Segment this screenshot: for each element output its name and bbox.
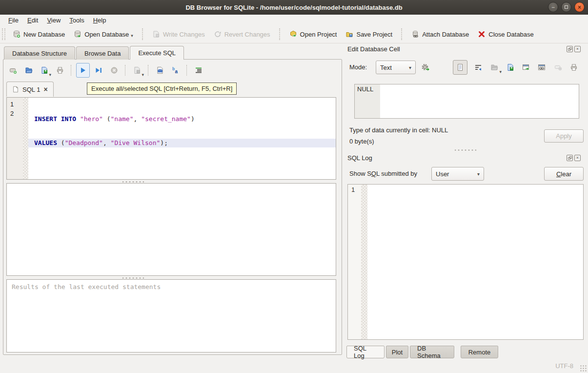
tab-browse-data[interactable]: Browse Data: [76, 46, 129, 60]
log-fold-margin: [361, 185, 367, 339]
execute-tooltip: Execute all/selected SQL [Ctrl+Return, F…: [87, 83, 237, 95]
menu-tools[interactable]: Tools: [65, 16, 88, 25]
set-null-icon: [554, 63, 562, 71]
copy-link-button[interactable]: [535, 61, 548, 74]
print-icon: [56, 66, 64, 74]
new-database-label: New Database: [23, 31, 65, 38]
close-dock-button[interactable]: ×: [574, 46, 581, 52]
attach-database-label: Attach Database: [422, 31, 469, 38]
import-cell-button: ▾: [487, 61, 501, 74]
open-sql-file-button[interactable]: [22, 63, 36, 78]
window-title: DB Browser for SQLite - /home/user/code/…: [185, 4, 402, 11]
cell-type-info: Type of data currently in cell: NULL: [349, 126, 448, 134]
gear-apply-icon: [421, 63, 430, 72]
close-sql-tab-icon[interactable]: ×: [43, 86, 47, 93]
sql-log-view[interactable]: 1: [347, 184, 584, 340]
maximize-button[interactable]: [561, 2, 571, 12]
mode-select[interactable]: Text ▾: [376, 61, 416, 74]
menu-help[interactable]: Help: [89, 16, 111, 25]
main-tabbar: Database Structure Browse Data Execute S…: [4, 46, 185, 60]
sql-doc-tab[interactable]: SQL 1 ×: [6, 82, 54, 97]
save-results-button: ▾: [130, 63, 144, 78]
save-sql-dropdown-icon[interactable]: ▾: [49, 72, 51, 77]
format-sql-button[interactable]: [192, 63, 205, 78]
close-dock-button[interactable]: ×: [574, 155, 581, 161]
cell-value-editor[interactable]: NULL: [354, 84, 579, 119]
new-database-icon: [13, 30, 20, 38]
print-cell-button[interactable]: [567, 61, 581, 74]
word-wrap-button[interactable]: [471, 61, 485, 74]
sql-editor[interactable]: 1 2 INSERT INTO "hero" ("name", "secret_…: [6, 97, 336, 180]
close-window-button[interactable]: ×: [574, 2, 585, 12]
sql-code-area[interactable]: INSERT INTO "hero" ("name", "secret_name…: [28, 98, 336, 179]
titlebar[interactable]: DB Browser for SQLite - /home/user/code/…: [0, 0, 588, 15]
tab-execute-sql[interactable]: Execute SQL: [130, 46, 184, 60]
menu-file[interactable]: File: [4, 16, 23, 25]
save-sql-file-button[interactable]: ▾: [38, 63, 51, 78]
float-dock-button[interactable]: [567, 155, 573, 161]
autocomplete-button[interactable]: b a: [169, 63, 182, 78]
chevron-down-icon: ▾: [477, 171, 480, 177]
open-database-button[interactable]: Open Database ▾: [69, 28, 138, 41]
clear-log-button[interactable]: Clear: [544, 167, 584, 181]
minimize-icon: −: [551, 4, 555, 10]
dock-tabbar: SQL Log Plot DB Schema Remote: [346, 346, 498, 358]
float-dock-button[interactable]: [567, 46, 573, 52]
export-cell-icon: [507, 63, 514, 71]
print-icon: [570, 63, 578, 71]
save-project-icon: [345, 30, 353, 38]
new-sql-tab-button[interactable]: [6, 63, 20, 78]
text-mode-button[interactable]: [453, 60, 467, 75]
import-cell-icon: [490, 63, 498, 71]
open-external-icon: [522, 63, 530, 71]
toolbar-drag-handle[interactable]: [2, 28, 5, 40]
close-database-button[interactable]: Close Database: [473, 28, 538, 41]
execute-sql-button[interactable]: [76, 63, 90, 78]
save-project-label: Save Project: [356, 31, 392, 38]
dock-tab-plot[interactable]: Plot: [386, 346, 408, 358]
new-database-button[interactable]: New Database: [8, 28, 69, 41]
open-project-button[interactable]: Open Project: [285, 28, 342, 41]
toolbar-separator: [125, 65, 126, 76]
attach-database-button[interactable]: Attach Database: [407, 28, 473, 41]
window-controls: − ×: [548, 2, 585, 12]
sql-log-filter-select[interactable]: User ▾: [431, 167, 484, 181]
menu-edit[interactable]: Edit: [23, 16, 42, 25]
results-message-pane[interactable]: Results of the last executed statements: [6, 279, 336, 352]
dock-tab-remote[interactable]: Remote: [461, 346, 498, 358]
app-window: DB Browser for SQLite - /home/user/code/…: [0, 0, 588, 373]
sql-log-title: SQL Log: [347, 154, 567, 162]
line-number: 2: [7, 109, 23, 119]
menu-view[interactable]: View: [42, 16, 65, 25]
find-icon: [156, 66, 164, 74]
autocomplete-icon: b a: [172, 66, 180, 74]
line-number-gutter: 1 2: [7, 98, 23, 179]
toolbar-separator: [142, 28, 143, 40]
save-project-button[interactable]: Save Project: [341, 28, 397, 41]
results-grid-pane[interactable]: [6, 183, 336, 276]
resize-grip[interactable]: [580, 365, 587, 372]
set-null-button: [551, 61, 565, 74]
maximize-icon: [565, 5, 568, 9]
apply-format-button[interactable]: [418, 61, 433, 74]
open-database-dropdown-icon[interactable]: ▾: [131, 33, 133, 38]
results-placeholder: Results of the last executed statements: [7, 280, 336, 294]
fold-margin: [23, 98, 28, 179]
print-sql-button[interactable]: [53, 63, 67, 78]
export-cell-button[interactable]: [504, 61, 517, 74]
minimize-button[interactable]: −: [548, 2, 558, 12]
open-external-button[interactable]: [519, 61, 533, 74]
toolbar-separator: [401, 28, 403, 40]
apply-button-label: Apply: [556, 132, 572, 140]
execute-current-line-button[interactable]: [92, 63, 105, 78]
cell-size-info: 0 byte(s): [349, 138, 374, 145]
close-database-icon: [478, 30, 486, 38]
svg-text:a: a: [175, 69, 178, 74]
find-button[interactable]: [153, 63, 167, 78]
toolbar-separator: [148, 65, 149, 76]
tab-database-structure[interactable]: Database Structure: [4, 46, 75, 60]
dock-splitter-handle[interactable]: [347, 149, 584, 151]
dock-tab-db-schema[interactable]: DB Schema: [410, 346, 454, 358]
apply-button: Apply: [544, 129, 584, 143]
dock-tab-sql-log[interactable]: SQL Log: [346, 346, 385, 358]
